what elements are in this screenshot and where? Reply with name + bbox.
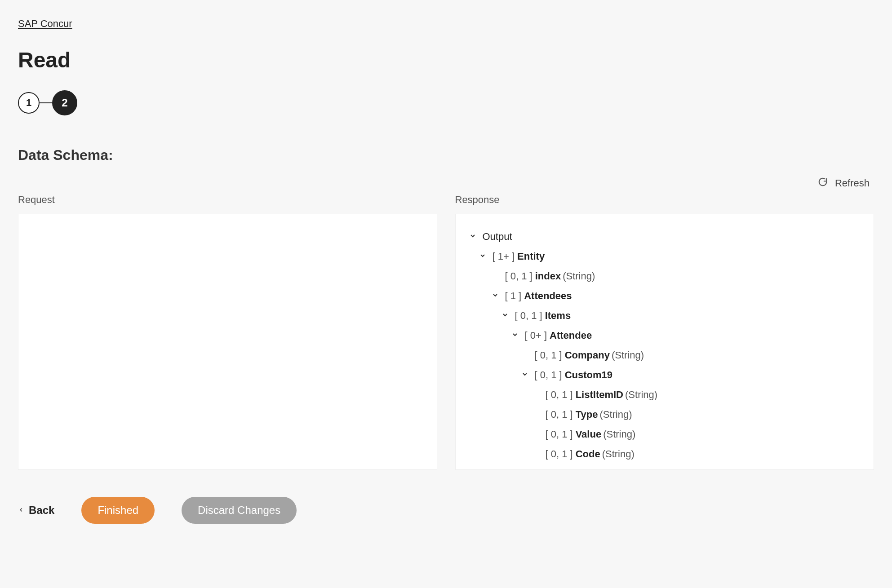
tree-cardinality: [ 0, 1 ] bbox=[546, 429, 573, 440]
tree-cardinality: [ 0, 1 ] bbox=[515, 310, 542, 322]
tree-name: Code bbox=[576, 448, 600, 460]
step-connector bbox=[40, 102, 52, 103]
refresh-icon bbox=[818, 177, 828, 190]
chevron-down-icon[interactable] bbox=[479, 252, 488, 261]
tree-cardinality: [ 0+ ] bbox=[525, 330, 547, 341]
tree-cardinality: [ 0, 1 ] bbox=[546, 448, 573, 460]
tree-type: (String) bbox=[603, 429, 635, 440]
tree-name: Items bbox=[545, 310, 571, 322]
response-label: Response bbox=[455, 194, 874, 206]
tree-type: (String) bbox=[612, 349, 644, 361]
chevron-down-icon[interactable] bbox=[511, 331, 520, 340]
tree-name: Attendees bbox=[524, 290, 572, 302]
tree-cardinality: [ 1+ ] bbox=[493, 251, 515, 262]
chevron-left-icon bbox=[18, 504, 24, 517]
stepper: 1 2 bbox=[18, 90, 874, 115]
tree-name: Type bbox=[576, 409, 598, 420]
back-label: Back bbox=[29, 504, 54, 517]
tree-node-attendee[interactable]: [ 0+ ] Attendee bbox=[469, 326, 861, 345]
chevron-down-icon[interactable] bbox=[469, 232, 478, 241]
step-1[interactable]: 1 bbox=[18, 92, 40, 114]
request-label: Request bbox=[18, 194, 437, 206]
tree-name: index bbox=[535, 270, 561, 282]
tree-type: (String) bbox=[599, 409, 632, 420]
tree-cardinality: [ 0, 1 ] bbox=[505, 270, 533, 282]
discard-changes-button[interactable]: Discard Changes bbox=[182, 497, 297, 524]
section-title: Data Schema: bbox=[18, 147, 874, 164]
tree-label: Output bbox=[483, 231, 512, 243]
back-button[interactable]: Back bbox=[18, 504, 54, 517]
tree-node-custom19[interactable]: [ 0, 1 ] Custom19 bbox=[469, 365, 861, 385]
tree-cardinality: [ 0, 1 ] bbox=[546, 389, 573, 401]
tree-node-type[interactable]: [ 0, 1 ] Type (String) bbox=[469, 405, 861, 424]
tree-node-listitemid[interactable]: [ 0, 1 ] ListItemID (String) bbox=[469, 385, 861, 405]
tree-node-entity[interactable]: [ 1+ ] Entity bbox=[469, 247, 861, 266]
tree-name: Company bbox=[565, 349, 610, 361]
tree-node-attendees[interactable]: [ 1 ] Attendees bbox=[469, 286, 861, 306]
chevron-down-icon[interactable] bbox=[492, 292, 501, 301]
tree-name: Custom19 bbox=[565, 369, 612, 381]
finished-button[interactable]: Finished bbox=[81, 497, 155, 524]
breadcrumb-link[interactable]: SAP Concur bbox=[18, 18, 72, 30]
tree-node-index[interactable]: [ 0, 1 ] index (String) bbox=[469, 266, 861, 286]
tree-type: (String) bbox=[563, 270, 595, 282]
response-panel[interactable]: Output [ 1+ ] Entity [ 0, 1 ] index (Str… bbox=[455, 214, 874, 470]
tree-cardinality: [ 0, 1 ] bbox=[535, 349, 562, 361]
refresh-label: Refresh bbox=[835, 177, 870, 189]
tree-node-output[interactable]: Output bbox=[469, 227, 861, 247]
tree-node-items[interactable]: [ 0, 1 ] Items bbox=[469, 306, 861, 326]
tree-name: Value bbox=[576, 429, 601, 440]
request-panel[interactable] bbox=[18, 214, 437, 470]
tree-name: Entity bbox=[517, 251, 545, 262]
tree-type: (String) bbox=[602, 448, 635, 460]
page-title: Read bbox=[18, 48, 874, 72]
tree-cardinality: [ 0, 1 ] bbox=[535, 369, 562, 381]
tree-node-company[interactable]: [ 0, 1 ] Company (String) bbox=[469, 345, 861, 365]
tree-node-value[interactable]: [ 0, 1 ] Value (String) bbox=[469, 424, 861, 444]
chevron-down-icon[interactable] bbox=[521, 371, 530, 380]
tree-name: ListItemID bbox=[576, 389, 623, 401]
tree-node-code[interactable]: [ 0, 1 ] Code (String) bbox=[469, 444, 861, 464]
tree-cardinality: [ 1 ] bbox=[505, 290, 522, 302]
tree-name: Attendee bbox=[550, 330, 592, 341]
tree-cardinality: [ 0, 1 ] bbox=[546, 409, 573, 420]
step-2[interactable]: 2 bbox=[52, 90, 77, 115]
refresh-button[interactable]: Refresh bbox=[818, 177, 870, 190]
chevron-down-icon[interactable] bbox=[501, 311, 510, 320]
tree-type: (String) bbox=[625, 389, 657, 401]
